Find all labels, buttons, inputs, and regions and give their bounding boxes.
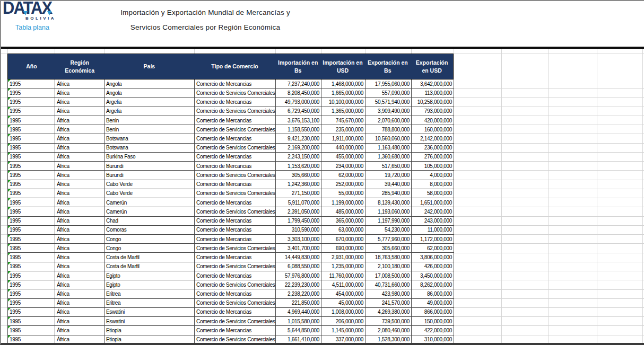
cell-ano[interactable]: 1995 <box>8 198 55 207</box>
cell-exp_usd[interactable]: 420,000,000 <box>412 116 454 125</box>
cell-exp_bs[interactable]: 54,230,000 <box>365 226 412 235</box>
cell-exp_usd[interactable]: 422,000,000 <box>412 326 454 335</box>
cell-tipo[interactable]: Comercio de Servicios Comerciales <box>195 125 276 134</box>
cell-region[interactable]: África <box>55 162 105 171</box>
cell-ano[interactable]: 1995 <box>8 244 55 253</box>
cell-tipo[interactable]: Comercio de Servicios Comerciales <box>195 107 276 116</box>
cell-tipo[interactable]: Comercio de Servicios Comerciales <box>195 280 276 289</box>
cell-ano[interactable]: 1995 <box>8 125 55 134</box>
cell-ano[interactable]: 1995 <box>8 98 55 107</box>
cell-exp_bs[interactable]: 1,193,060,000 <box>365 207 412 216</box>
cell-tipo[interactable]: Comercio de Servicios Comerciales <box>195 244 276 253</box>
cell-exp_bs[interactable]: 423,980,000 <box>365 289 412 298</box>
cell-ano[interactable]: 1995 <box>8 289 55 298</box>
cell-imp_bs[interactable]: 1,799,450,000 <box>276 217 321 226</box>
cell-tipo[interactable]: Comercio de Servicios Comerciales <box>195 189 276 198</box>
cell-region[interactable]: África <box>55 253 105 262</box>
cell-region[interactable]: África <box>55 271 105 280</box>
cell-exp_bs[interactable]: 557,090,000 <box>365 89 412 98</box>
cell-imp_usd[interactable]: 252,000,000 <box>321 180 365 189</box>
column-header-ano[interactable]: Año <box>8 54 55 79</box>
cell-exp_bs[interactable]: 10,560,060,000 <box>365 134 412 143</box>
column-header-pais[interactable]: País <box>105 54 195 79</box>
cell-pais[interactable]: Argelia <box>105 107 195 116</box>
cell-pais[interactable]: Benin <box>105 116 195 125</box>
cell-pais[interactable]: Egipto <box>105 280 195 289</box>
cell-tipo[interactable]: Comercio de Mercancias <box>195 79 276 89</box>
cell-imp_usd[interactable]: 62,000,000 <box>321 171 365 180</box>
cell-exp_bs[interactable]: 39,440,000 <box>365 180 412 189</box>
cell-ano[interactable]: 1995 <box>8 107 55 116</box>
cell-ano[interactable]: 1995 <box>8 89 55 98</box>
cell-ano[interactable]: 1995 <box>8 207 55 216</box>
cell-region[interactable]: África <box>55 171 105 180</box>
cell-region[interactable]: África <box>55 217 105 226</box>
cell-exp_bs[interactable]: 241,570,000 <box>365 299 412 308</box>
cell-exp_bs[interactable]: 285,940,000 <box>365 189 412 198</box>
cell-imp_usd[interactable]: 63,000,000 <box>321 226 365 235</box>
cell-imp_bs[interactable]: 271,150,000 <box>276 189 321 198</box>
cell-ano[interactable]: 1995 <box>8 226 55 235</box>
cell-exp_usd[interactable]: 243,000,000 <box>412 217 454 226</box>
cell-ano[interactable]: 1995 <box>8 235 55 244</box>
cell-region[interactable]: África <box>55 79 105 89</box>
cell-imp_usd[interactable]: 670,000,000 <box>321 235 365 244</box>
cell-region[interactable]: África <box>55 198 105 207</box>
cell-pais[interactable]: Eritrea <box>105 289 195 298</box>
cell-exp_usd[interactable]: 426,000,000 <box>412 262 454 271</box>
cell-exp_usd[interactable]: 242,000,000 <box>412 207 454 216</box>
cell-ano[interactable]: 1995 <box>8 162 55 171</box>
cell-imp_usd[interactable]: 2,931,000,000 <box>321 253 365 262</box>
cell-imp_usd[interactable]: 1,468,000,000 <box>321 79 365 89</box>
cell-region[interactable]: África <box>55 244 105 253</box>
cell-imp_usd[interactable]: 1,008,000,000 <box>321 308 365 317</box>
column-header-region[interactable]: Región Económica <box>55 54 105 79</box>
cell-exp_usd[interactable]: 105,000,000 <box>412 162 454 171</box>
cell-exp_bs[interactable]: 2,100,180,000 <box>365 262 412 271</box>
cell-tipo[interactable]: Comercio de Mercancias <box>195 253 276 262</box>
cell-ano[interactable]: 1995 <box>8 180 55 189</box>
cell-ano[interactable]: 1995 <box>8 144 55 153</box>
cell-pais[interactable]: Eritrea <box>105 299 195 308</box>
cell-tipo[interactable]: Comercio de Servicios Comerciales <box>195 144 276 153</box>
cell-exp_usd[interactable]: 11,000,000 <box>412 226 454 235</box>
cell-imp_usd[interactable]: 365,000,000 <box>321 217 365 226</box>
cell-pais[interactable]: Benin <box>105 125 195 134</box>
cell-imp_usd[interactable]: 690,000,000 <box>321 244 365 253</box>
cell-exp_bs[interactable]: 2,080,460,000 <box>365 326 412 335</box>
column-header-exp-bs[interactable]: Exportación en Bs <box>364 54 411 79</box>
cell-imp_usd[interactable]: 1,235,000,000 <box>321 262 365 271</box>
cell-exp_usd[interactable]: 4,000,000 <box>412 171 454 180</box>
cell-imp_bs[interactable]: 9,421,230,000 <box>276 134 321 143</box>
cell-imp_usd[interactable]: 440,000,000 <box>321 144 365 153</box>
cell-exp_usd[interactable]: 150,000,000 <box>412 317 454 326</box>
cell-imp_usd[interactable]: 206,000,000 <box>321 317 365 326</box>
cell-ano[interactable]: 1995 <box>8 253 55 262</box>
cell-imp_bs[interactable]: 6,729,450,000 <box>276 107 321 116</box>
cell-pais[interactable]: Camerún <box>105 198 195 207</box>
cell-region[interactable]: África <box>55 207 105 216</box>
cell-exp_usd[interactable]: 160,000,000 <box>412 125 454 134</box>
cell-ano[interactable]: 1995 <box>8 271 55 280</box>
cell-imp_bs[interactable]: 5,644,850,000 <box>276 326 321 335</box>
cell-ano[interactable]: 1995 <box>8 79 55 89</box>
cell-ano[interactable]: 1995 <box>8 171 55 180</box>
cell-ano[interactable]: 1995 <box>8 153 55 162</box>
cell-imp_usd[interactable]: 10,100,000,000 <box>321 98 365 107</box>
cell-exp_bs[interactable]: 305,660,000 <box>365 244 412 253</box>
cell-region[interactable]: África <box>55 180 105 189</box>
cell-exp_bs[interactable]: 17,008,500,000 <box>365 271 412 280</box>
cell-region[interactable]: África <box>55 144 105 153</box>
cell-ano[interactable]: 1995 <box>8 335 55 344</box>
cell-region[interactable]: África <box>55 226 105 235</box>
cell-imp_usd[interactable]: 45,000,000 <box>321 299 365 308</box>
cell-exp_bs[interactable]: 3,909,490,000 <box>365 107 412 116</box>
cell-exp_bs[interactable]: 739,500,000 <box>365 317 412 326</box>
cell-pais[interactable]: Comoras <box>105 226 195 235</box>
cell-pais[interactable]: Eswatini <box>105 308 195 317</box>
cell-pais[interactable]: Congo <box>105 244 195 253</box>
cell-tipo[interactable]: Comercio de Mercancias <box>195 180 276 189</box>
cell-exp_usd[interactable]: 113,000,000 <box>412 89 454 98</box>
cell-region[interactable]: África <box>55 107 105 116</box>
cell-exp_bs[interactable]: 18,763,580,000 <box>365 253 412 262</box>
